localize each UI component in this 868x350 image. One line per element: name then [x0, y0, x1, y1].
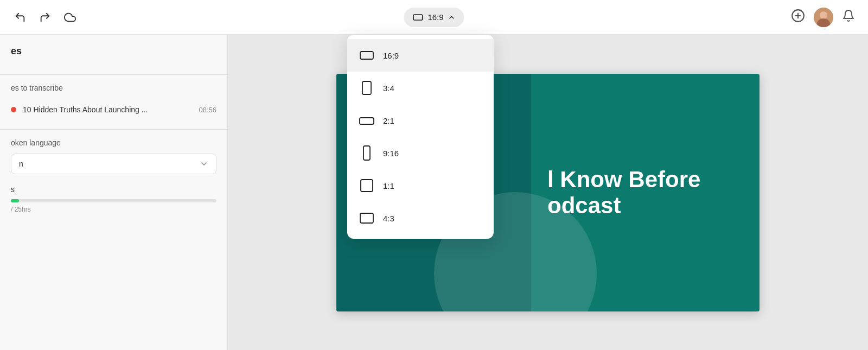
svg-rect-7 — [360, 52, 373, 59]
sidebar-divider — [0, 74, 227, 75]
spoken-value: n — [19, 160, 23, 168]
ratio-button[interactable]: 16:9 — [404, 8, 464, 27]
notification-button[interactable] — [840, 7, 857, 28]
progress-text: / 25hrs — [11, 206, 216, 213]
toolbar-right — [789, 7, 857, 28]
ratio-icon-9-16 — [358, 144, 375, 162]
add-button[interactable] — [789, 7, 807, 28]
episode-duration: 08:56 — [199, 106, 216, 114]
progress-bar-container — [11, 199, 216, 202]
bottom-label: s — [11, 185, 216, 194]
ratio-icon-16-9 — [358, 47, 375, 64]
avatar[interactable] — [814, 8, 833, 27]
slide-partial-text: l Know Beforeodcast — [547, 166, 738, 219]
svg-rect-8 — [362, 81, 371, 94]
ratio-icon-2-1 — [358, 112, 375, 129]
spoken-language-section: oken language n — [0, 138, 227, 174]
episode-title: 10 Hidden Truths About Launching ... — [23, 105, 192, 114]
dropdown-chevron-icon — [200, 160, 208, 168]
spoken-language-label: oken language — [11, 138, 216, 147]
ratio-label-2-1: 2:1 — [383, 116, 394, 125]
toolbar-center: 16:9 — [404, 8, 464, 27]
bottom-section: s / 25hrs — [0, 185, 227, 213]
ratio-option-9-16[interactable]: 9:16 — [347, 137, 494, 169]
ratio-option-3-4[interactable]: 3:4 — [347, 72, 494, 104]
slide-text-right: l Know Beforeodcast — [547, 166, 738, 219]
ratio-icon-4-3 — [358, 209, 375, 227]
episode-item[interactable]: 10 Hidden Truths About Launching ... 08:… — [0, 99, 227, 120]
ratio-option-1-1[interactable]: 1:1 — [347, 169, 494, 202]
ratio-option-4-3[interactable]: 4:3 — [347, 202, 494, 234]
toolbar-left — [11, 8, 79, 27]
episode-dot — [11, 107, 16, 112]
undo-button[interactable] — [11, 8, 29, 27]
sidebar: es es to transcribe 10 Hidden Truths Abo… — [0, 35, 228, 350]
ratio-option-16-9[interactable]: 16:9 — [347, 39, 494, 72]
ratio-label-9-16: 9:16 — [383, 149, 399, 158]
ratio-option-2-1[interactable]: 2:1 — [347, 104, 494, 137]
progress-bar-fill — [11, 199, 19, 202]
ratio-icon-1-1 — [358, 177, 375, 194]
ratio-icon-3-4 — [358, 79, 375, 97]
transcribe-label: es to transcribe — [0, 84, 227, 99]
svg-rect-9 — [360, 118, 374, 124]
svg-rect-0 — [413, 15, 423, 20]
svg-rect-12 — [360, 213, 373, 223]
redo-button[interactable] — [36, 8, 54, 27]
toolbar: 16:9 — [0, 0, 868, 35]
ratio-dropdown: 16:9 3:4 2:1 9:16 1:1 — [347, 35, 494, 239]
canvas-area: l Know Beforeodcast 10 ThinBefore — [228, 35, 868, 350]
svg-rect-10 — [363, 146, 370, 160]
sidebar-divider-2 — [0, 129, 227, 130]
spoken-language-dropdown[interactable]: n — [11, 154, 216, 174]
ratio-label: 16:9 — [427, 12, 443, 22]
ratio-label-4-3: 4:3 — [383, 214, 394, 223]
svg-point-5 — [820, 11, 827, 19]
sidebar-section-title: es — [0, 46, 227, 66]
cloud-button[interactable] — [61, 8, 79, 27]
ratio-label-1-1: 1:1 — [383, 181, 394, 190]
ratio-label-3-4: 3:4 — [383, 84, 394, 93]
ratio-label-16-9: 16:9 — [383, 51, 399, 60]
svg-rect-11 — [361, 180, 373, 192]
chevron-up-icon — [448, 14, 456, 21]
